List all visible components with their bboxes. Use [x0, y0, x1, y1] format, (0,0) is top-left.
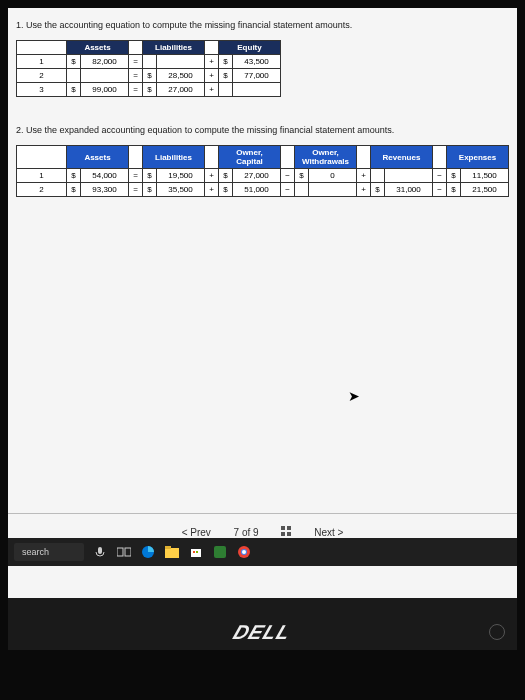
input-assets-cur[interactable]: [67, 69, 81, 83]
cell-plus: +: [205, 69, 219, 83]
app-icon[interactable]: [212, 544, 228, 560]
cell-company: 1: [17, 55, 67, 69]
cell-eq: =: [129, 55, 143, 69]
cell-currency: $: [67, 183, 81, 197]
cell-currency: $: [219, 55, 233, 69]
cell-eq: =: [129, 169, 143, 183]
table-header-row: Company Assets Liabilities Equity: [17, 41, 281, 55]
task-view-icon[interactable]: [116, 544, 132, 560]
chrome-icon[interactable]: [236, 544, 252, 560]
cell-eq: =: [129, 83, 143, 97]
cell-plus: +: [357, 183, 371, 197]
svg-rect-11: [193, 551, 195, 553]
input-owner-withdrawals[interactable]: [309, 183, 357, 197]
hdr-owner-capital: Owner, Capital: [219, 146, 281, 169]
hdr-revenues: Revenues: [371, 146, 433, 169]
pagination-bar: < Prev 7 of 9 Next >: [8, 505, 517, 538]
hdr-owner-withdrawals: Owner, Withdrawals: [295, 146, 357, 169]
hdr-minus: −: [433, 146, 447, 169]
cell-assets: 99,000: [81, 83, 129, 97]
svg-rect-8: [165, 548, 179, 558]
cell-owner-withdrawals: 0: [309, 169, 357, 183]
mouse-cursor-icon: ➤: [348, 388, 360, 404]
hdr-company: Company: [17, 41, 67, 55]
hdr-plus: +: [357, 146, 371, 169]
input-liabilities[interactable]: [157, 55, 205, 69]
cell-currency: $: [143, 69, 157, 83]
cell-equity: 77,000: [233, 69, 281, 83]
svg-rect-2: [281, 532, 285, 536]
taskbar-search[interactable]: search: [14, 543, 84, 561]
cell-plus: +: [357, 169, 371, 183]
svg-point-16: [242, 550, 246, 554]
monitor-bezel: 1. Use the accounting equation to comput…: [0, 0, 525, 700]
next-button[interactable]: Next >: [314, 527, 343, 538]
cell-assets: 82,000: [81, 55, 129, 69]
svg-rect-13: [214, 546, 226, 558]
microphone-icon[interactable]: [92, 544, 108, 560]
svg-rect-6: [125, 548, 131, 556]
divider: [8, 513, 517, 514]
table-row: 1 $ 54,000 = $ 19,500 + $ 27,000 − $ 0 +…: [17, 169, 509, 183]
input-assets[interactable]: [81, 69, 129, 83]
grid-view-icon[interactable]: [281, 527, 294, 538]
cell-liabilities: 19,500: [157, 169, 205, 183]
file-explorer-icon[interactable]: [164, 544, 180, 560]
hdr-liabilities: Liabilities: [143, 41, 205, 55]
input-rev-cur[interactable]: [371, 169, 385, 183]
input-equity-cur[interactable]: [219, 83, 233, 97]
cell-company: 2: [17, 69, 67, 83]
input-equity[interactable]: [233, 83, 281, 97]
cell-plus: +: [205, 183, 219, 197]
cell-equity: 43,500: [233, 55, 281, 69]
cell-assets: 54,000: [81, 169, 129, 183]
svg-rect-1: [287, 526, 291, 530]
cell-currency: $: [143, 83, 157, 97]
svg-rect-0: [281, 526, 285, 530]
cell-expenses: 21,500: [461, 183, 509, 197]
hdr-equity: Equity: [219, 41, 281, 55]
table-row: 1 $ 82,000 = + $ 43,500: [17, 55, 281, 69]
question-2-prompt: 2. Use the expanded accounting equation …: [16, 125, 509, 135]
table-row: 2 $ 93,300 = $ 35,500 + $ 51,000 − + $ 3…: [17, 183, 509, 197]
table-q1: Company Assets Liabilities Equity 1 $ 82…: [16, 40, 281, 97]
cell-minus: −: [433, 169, 447, 183]
store-icon[interactable]: [188, 544, 204, 560]
hdr-minus: −: [281, 146, 295, 169]
cell-assets: 93,300: [81, 183, 129, 197]
cell-revenues: 31,000: [385, 183, 433, 197]
cell-company: 2: [17, 183, 67, 197]
cell-plus: +: [205, 83, 219, 97]
cell-eq: =: [129, 183, 143, 197]
cell-plus: +: [205, 169, 219, 183]
cell-plus: +: [205, 55, 219, 69]
cell-owner-capital: 27,000: [233, 169, 281, 183]
page-position: 7 of 9: [234, 527, 259, 538]
svg-rect-12: [196, 551, 198, 553]
cell-minus: −: [281, 169, 295, 183]
svg-rect-9: [165, 546, 171, 549]
cell-currency: $: [371, 183, 385, 197]
cell-company: 1: [17, 169, 67, 183]
cell-liabilities: 35,500: [157, 183, 205, 197]
cell-currency: $: [219, 183, 233, 197]
cell-currency: $: [67, 169, 81, 183]
svg-rect-5: [117, 548, 123, 556]
table-row: 2 = $ 28,500 + $ 77,000: [17, 69, 281, 83]
input-liab-cur[interactable]: [143, 55, 157, 69]
cell-currency: $: [219, 69, 233, 83]
hdr-liabilities: Liabilities: [143, 146, 205, 169]
input-ow-cur[interactable]: [295, 183, 309, 197]
cell-currency: $: [67, 55, 81, 69]
cell-company: 3: [17, 83, 67, 97]
hdr-company: Company: [17, 146, 67, 169]
hdr-eq: [129, 41, 143, 55]
question-1-prompt: 1. Use the accounting equation to comput…: [16, 20, 509, 30]
input-revenues[interactable]: [385, 169, 433, 183]
prev-button[interactable]: < Prev: [182, 527, 211, 538]
edge-icon[interactable]: [140, 544, 156, 560]
screen-content: 1. Use the accounting equation to comput…: [8, 8, 517, 598]
table-header-row: Company Assets = Liabilities + Owner, Ca…: [17, 146, 509, 169]
hdr-plus: +: [205, 146, 219, 169]
svg-rect-3: [287, 532, 291, 536]
